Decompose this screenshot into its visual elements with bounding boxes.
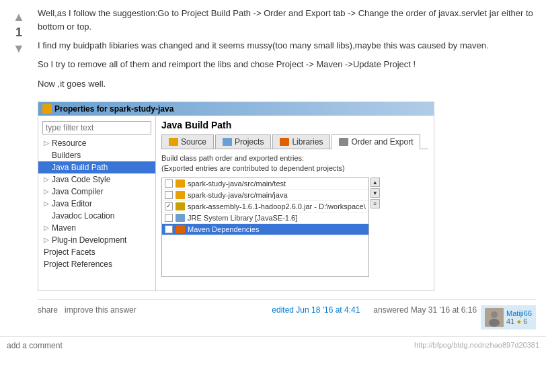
file-label: Maven Dependencies xyxy=(188,225,259,233)
order-icon xyxy=(339,138,348,146)
desc-line2: (Exported entries are contributed to dep… xyxy=(161,164,345,172)
maven-file-icon xyxy=(176,225,185,233)
tab-label: Source xyxy=(181,137,206,147)
right-buttons: ▲ ▼ ≡ xyxy=(370,178,381,208)
file-label: JRE System Library [JavaSE-1.6] xyxy=(188,214,297,222)
avatar xyxy=(485,308,504,327)
screenshot-titlebar: Properties for spark-study-java xyxy=(38,102,434,116)
answered-info: answered May 31 '16 at 6:16 xyxy=(373,305,536,329)
tab-bar: SourceProjectsLibrariesOrder and Export xyxy=(161,134,428,149)
source-file-icon xyxy=(176,180,185,188)
improve-link[interactable]: improve this answer xyxy=(65,305,136,315)
svg-point-1 xyxy=(491,311,498,318)
file-checkbox[interactable] xyxy=(165,225,173,233)
file-checkbox[interactable] xyxy=(165,191,173,199)
file-item[interactable]: Maven Dependencies xyxy=(162,224,368,235)
paragraph-4: Now ,it goes well. xyxy=(38,77,536,91)
post-container: ▲ 1 ▼ Well,as I follow the suggestion:Go… xyxy=(0,0,546,336)
user-name[interactable]: Matiji66 xyxy=(506,309,532,317)
tree-item[interactable]: Builders xyxy=(38,149,155,161)
paragraph-1: Well,as I follow the suggestion:Go to Pr… xyxy=(38,7,536,34)
post-actions: share improve this answer xyxy=(38,305,136,315)
source-file-icon xyxy=(176,191,185,199)
paragraph-2: I find my buidpath libiaries was changed… xyxy=(38,39,536,52)
jre-file-icon xyxy=(176,214,185,222)
tree-item[interactable]: Java Build Path xyxy=(38,161,155,173)
post-footer: share improve this answer edited Jun 18 … xyxy=(38,299,536,329)
file-checkbox[interactable] xyxy=(165,214,173,222)
edited-info[interactable]: edited Jun 18 '16 at 4:41 xyxy=(272,305,360,329)
right-panel: Java Build Path SourceProjectsLibrariesO… xyxy=(156,116,434,290)
libraries-icon xyxy=(280,138,289,146)
tree-item[interactable]: Project References xyxy=(38,258,155,270)
tree-item[interactable]: ▷Plug-in Development xyxy=(38,234,155,246)
svg-point-2 xyxy=(489,319,500,327)
vote-column: ▲ 1 ▼ xyxy=(7,7,31,329)
file-checkbox[interactable] xyxy=(165,180,173,188)
file-label: spark-study-java/src/main/java xyxy=(188,191,288,199)
tab-label: Libraries xyxy=(292,137,323,147)
tab-order-and-export[interactable]: Order and Export xyxy=(332,134,420,149)
panel-title: Java Build Path xyxy=(161,120,428,130)
filter-input[interactable] xyxy=(42,121,151,134)
source-icon xyxy=(169,138,178,146)
vote-up-button[interactable]: ▲ xyxy=(9,9,28,24)
file-item[interactable]: JRE System Library [JavaSE-1.6] xyxy=(162,212,368,224)
tree-container: ▷ResourceBuildersJava Build Path▷Java Co… xyxy=(38,137,155,270)
move-up-btn[interactable]: ▲ xyxy=(370,178,380,187)
tree-item[interactable]: ▷Java Editor xyxy=(38,198,155,210)
titlebar-icon xyxy=(42,104,52,114)
tree-item[interactable]: ▷Maven xyxy=(38,222,155,234)
file-item[interactable]: spark-study-java/src/main/java xyxy=(162,190,368,201)
user-card: Matiji66 41 ● 6 xyxy=(481,305,536,329)
tab-source[interactable]: Source xyxy=(161,134,214,149)
select-all-btn[interactable]: ≡ xyxy=(370,199,380,208)
description: Build class path order and exported entr… xyxy=(161,153,428,174)
paragraph-3: So I try to remove all of them and reimp… xyxy=(38,58,536,71)
vote-count: 1 xyxy=(15,24,22,41)
tree-item[interactable]: Javadoc Location xyxy=(38,210,155,222)
file-list-container: spark-study-java/src/main/testspark-stud… xyxy=(161,178,428,277)
projects-icon xyxy=(223,138,232,146)
share-link[interactable]: share xyxy=(38,305,58,315)
add-comment-link[interactable]: add a comment xyxy=(7,341,63,350)
file-label: spark-study-java/src/main/test xyxy=(188,180,286,188)
screenshot-content: ▷ResourceBuildersJava Build Path▷Java Co… xyxy=(38,116,434,290)
post-meta: edited Jun 18 '16 at 4:41 answered May 3… xyxy=(272,305,536,329)
tab-label: Order and Export xyxy=(351,137,413,147)
tab-label: Projects xyxy=(235,137,264,147)
vote-down-button[interactable]: ▼ xyxy=(9,41,28,56)
tree-item[interactable]: ▷Resource xyxy=(38,137,155,149)
tree-item[interactable]: ▷Java Code Style xyxy=(38,173,155,186)
file-item[interactable]: spark-assembly-1.6.1-hadoop2.6.0.jar - D… xyxy=(162,201,368,212)
user-rep: 41 ● 6 xyxy=(506,317,532,325)
watermark: http://bfpog/btdg.nodnzhao897d20381 xyxy=(414,341,539,350)
screenshot-title: Properties for spark-study-java xyxy=(54,104,173,114)
desc-line1: Build class path order and exported entr… xyxy=(161,154,304,162)
answered-date: answered May 31 '16 at 6:16 xyxy=(373,305,477,315)
file-label: spark-assembly-1.6.1-hadoop2.6.0.jar - D… xyxy=(188,202,366,210)
file-item[interactable]: spark-study-java/src/main/test xyxy=(162,178,368,190)
tree-item[interactable]: ▷Java Compiler xyxy=(38,186,155,198)
move-down-btn[interactable]: ▼ xyxy=(370,188,380,198)
avatar-img xyxy=(485,308,504,327)
tree-item[interactable]: Project Facets xyxy=(38,246,155,258)
tab-projects[interactable]: Projects xyxy=(215,134,271,149)
left-panel: ▷ResourceBuildersJava Build Path▷Java Co… xyxy=(38,116,156,290)
bottom-bar: add a comment http://bfpog/btdg.nodnzhao… xyxy=(0,336,546,354)
file-list: spark-study-java/src/main/testspark-stud… xyxy=(161,178,369,277)
jar-file-icon xyxy=(176,202,185,210)
tab-libraries[interactable]: Libraries xyxy=(272,134,330,149)
screenshot-box: Properties for spark-study-java ▷Resourc… xyxy=(38,102,434,291)
post-body: Well,as I follow the suggestion:Go to Pr… xyxy=(38,7,536,329)
file-checkbox[interactable] xyxy=(165,202,173,210)
